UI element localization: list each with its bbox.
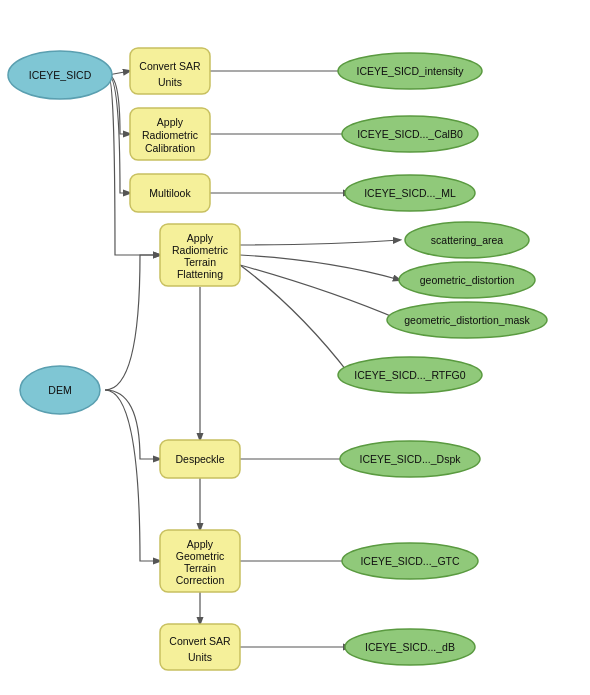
dem-node: DEM bbox=[20, 366, 100, 414]
gtc-node: ICEYE_SICD..._GTC bbox=[342, 543, 478, 579]
convert-sar-1-line1: Convert SAR bbox=[139, 60, 201, 72]
geo-dist-node: geometric_distortion bbox=[399, 262, 535, 298]
despeckle-label: Despeckle bbox=[175, 453, 224, 465]
apply-gtc-line2: Geometric bbox=[176, 550, 224, 562]
rtfg0-node: ICEYE_SICD..._RTFG0 bbox=[338, 357, 482, 393]
rtfg0-label: ICEYE_SICD..._RTFG0 bbox=[354, 369, 465, 381]
intensity-node: ICEYE_SICD_intensity bbox=[338, 53, 482, 89]
convert-sar-2-line1: Convert SAR bbox=[169, 635, 231, 647]
apply-gtc-node: Apply Geometric Terrain Correction bbox=[160, 530, 240, 592]
iceye-sicd-node: ICEYE_SICD bbox=[8, 51, 112, 99]
geo-dist-label: geometric_distortion bbox=[420, 274, 515, 286]
db-node: ICEYE_SICD..._dB bbox=[345, 629, 475, 665]
apply-rtf-line2: Radiometric bbox=[172, 244, 228, 256]
multilook-label: Multilook bbox=[149, 187, 191, 199]
ml-node: ICEYE_SICD..._ML bbox=[345, 175, 475, 211]
apply-gtc-line3: Terrain bbox=[184, 562, 216, 574]
workflow-diagram: ICEYE_SICD DEM Convert SAR Units Apply R… bbox=[0, 0, 590, 695]
apply-rtf-node: Apply Radiometric Terrain Flattening bbox=[160, 224, 240, 286]
convert-sar-2-line2: Units bbox=[188, 651, 212, 663]
despeckle-node: Despeckle bbox=[160, 440, 240, 478]
dspk-label: ICEYE_SICD..._Dspk bbox=[360, 453, 462, 465]
dem-label: DEM bbox=[48, 384, 71, 396]
apply-rtf-line1: Apply bbox=[187, 232, 214, 244]
apply-radio-cal-line1: Apply bbox=[157, 116, 184, 128]
apply-radio-cal-line3: Calibration bbox=[145, 142, 195, 154]
geo-dist-mask-label: geometric_distortion_mask bbox=[404, 314, 530, 326]
apply-rtf-line4: Flattening bbox=[177, 268, 223, 280]
convert-sar-1-node: Convert SAR Units bbox=[130, 48, 210, 94]
apply-gtc-line4: Correction bbox=[176, 574, 225, 586]
svg-rect-8 bbox=[160, 624, 240, 670]
dspk-node: ICEYE_SICD..._Dspk bbox=[340, 441, 480, 477]
calb0-node: ICEYE_SICD..._CalB0 bbox=[342, 116, 478, 152]
geo-dist-mask-node: geometric_distortion_mask bbox=[387, 302, 547, 338]
calb0-label: ICEYE_SICD..._CalB0 bbox=[357, 128, 463, 140]
gtc-label: ICEYE_SICD..._GTC bbox=[360, 555, 460, 567]
convert-sar-1-line2: Units bbox=[158, 76, 182, 88]
db-label: ICEYE_SICD..._dB bbox=[365, 641, 455, 653]
ml-label: ICEYE_SICD..._ML bbox=[364, 187, 456, 199]
scattering-label: scattering_area bbox=[431, 234, 504, 246]
apply-radio-cal-line2: Radiometric bbox=[142, 129, 198, 141]
iceye-sicd-label: ICEYE_SICD bbox=[29, 69, 92, 81]
intensity-label: ICEYE_SICD_intensity bbox=[357, 65, 465, 77]
apply-rtf-line3: Terrain bbox=[184, 256, 216, 268]
apply-gtc-line1: Apply bbox=[187, 538, 214, 550]
multilook-node: Multilook bbox=[130, 174, 210, 212]
convert-sar-2-node: Convert SAR Units bbox=[160, 624, 240, 670]
apply-radio-cal-node: Apply Radiometric Calibration bbox=[130, 108, 210, 160]
scattering-node: scattering_area bbox=[405, 222, 529, 258]
